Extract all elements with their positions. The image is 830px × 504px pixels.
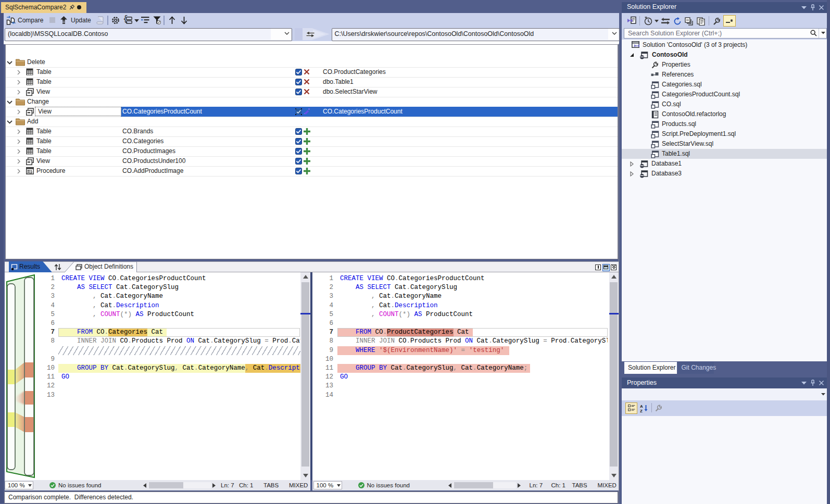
svg-text:Z: Z [640,409,643,413]
